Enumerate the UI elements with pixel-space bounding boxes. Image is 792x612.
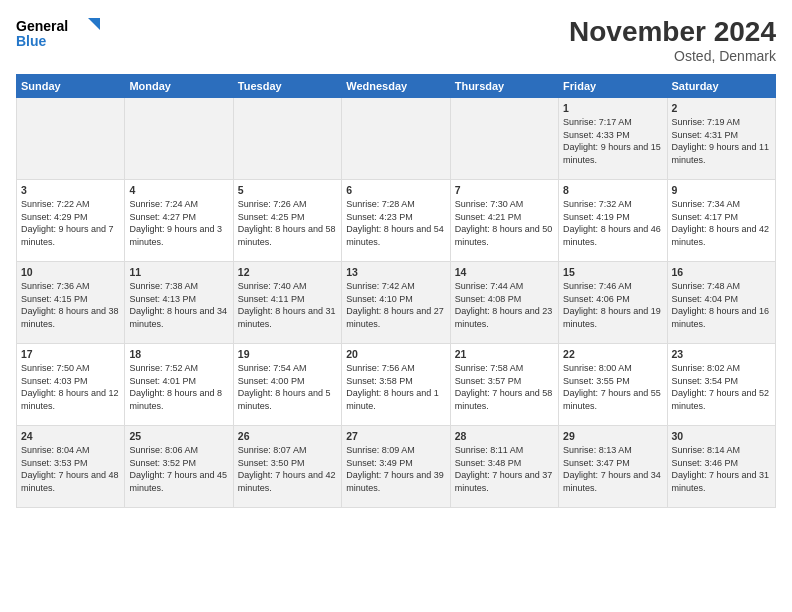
day-number: 9 (672, 184, 771, 196)
table-row (450, 98, 558, 180)
day-info: Sunrise: 7:26 AM Sunset: 4:25 PM Dayligh… (238, 198, 337, 248)
day-info: Sunrise: 7:58 AM Sunset: 3:57 PM Dayligh… (455, 362, 554, 412)
table-row: 14Sunrise: 7:44 AM Sunset: 4:08 PM Dayli… (450, 262, 558, 344)
table-row: 10Sunrise: 7:36 AM Sunset: 4:15 PM Dayli… (17, 262, 125, 344)
day-number: 3 (21, 184, 120, 196)
day-info: Sunrise: 8:02 AM Sunset: 3:54 PM Dayligh… (672, 362, 771, 412)
table-row: 22Sunrise: 8:00 AM Sunset: 3:55 PM Dayli… (559, 344, 667, 426)
day-info: Sunrise: 8:14 AM Sunset: 3:46 PM Dayligh… (672, 444, 771, 494)
day-number: 21 (455, 348, 554, 360)
day-info: Sunrise: 7:48 AM Sunset: 4:04 PM Dayligh… (672, 280, 771, 330)
day-number: 19 (238, 348, 337, 360)
svg-marker-2 (88, 18, 100, 30)
table-row: 3Sunrise: 7:22 AM Sunset: 4:29 PM Daylig… (17, 180, 125, 262)
logo: General Blue (16, 16, 106, 52)
svg-text:Blue: Blue (16, 33, 47, 49)
table-row: 20Sunrise: 7:56 AM Sunset: 3:58 PM Dayli… (342, 344, 450, 426)
day-info: Sunrise: 8:13 AM Sunset: 3:47 PM Dayligh… (563, 444, 662, 494)
day-number: 1 (563, 102, 662, 114)
day-number: 15 (563, 266, 662, 278)
day-info: Sunrise: 8:04 AM Sunset: 3:53 PM Dayligh… (21, 444, 120, 494)
table-row: 15Sunrise: 7:46 AM Sunset: 4:06 PM Dayli… (559, 262, 667, 344)
table-row: 30Sunrise: 8:14 AM Sunset: 3:46 PM Dayli… (667, 426, 775, 508)
day-number: 26 (238, 430, 337, 442)
page-title: November 2024 (569, 16, 776, 48)
day-number: 12 (238, 266, 337, 278)
day-number: 14 (455, 266, 554, 278)
day-info: Sunrise: 7:52 AM Sunset: 4:01 PM Dayligh… (129, 362, 228, 412)
day-number: 20 (346, 348, 445, 360)
day-number: 17 (21, 348, 120, 360)
day-info: Sunrise: 7:19 AM Sunset: 4:31 PM Dayligh… (672, 116, 771, 166)
table-row: 25Sunrise: 8:06 AM Sunset: 3:52 PM Dayli… (125, 426, 233, 508)
title-block: November 2024 Osted, Denmark (569, 16, 776, 64)
day-number: 2 (672, 102, 771, 114)
day-number: 28 (455, 430, 554, 442)
day-number: 10 (21, 266, 120, 278)
day-info: Sunrise: 7:54 AM Sunset: 4:00 PM Dayligh… (238, 362, 337, 412)
table-row: 12Sunrise: 7:40 AM Sunset: 4:11 PM Dayli… (233, 262, 341, 344)
day-number: 7 (455, 184, 554, 196)
table-row: 23Sunrise: 8:02 AM Sunset: 3:54 PM Dayli… (667, 344, 775, 426)
col-wednesday: Wednesday (342, 75, 450, 98)
header: General Blue November 2024 Osted, Denmar… (16, 16, 776, 64)
table-row: 19Sunrise: 7:54 AM Sunset: 4:00 PM Dayli… (233, 344, 341, 426)
day-info: Sunrise: 7:44 AM Sunset: 4:08 PM Dayligh… (455, 280, 554, 330)
table-row: 16Sunrise: 7:48 AM Sunset: 4:04 PM Dayli… (667, 262, 775, 344)
table-row (17, 98, 125, 180)
day-number: 27 (346, 430, 445, 442)
day-number: 6 (346, 184, 445, 196)
day-info: Sunrise: 7:46 AM Sunset: 4:06 PM Dayligh… (563, 280, 662, 330)
day-number: 13 (346, 266, 445, 278)
day-number: 8 (563, 184, 662, 196)
calendar-week-row: 24Sunrise: 8:04 AM Sunset: 3:53 PM Dayli… (17, 426, 776, 508)
day-number: 18 (129, 348, 228, 360)
calendar-week-row: 10Sunrise: 7:36 AM Sunset: 4:15 PM Dayli… (17, 262, 776, 344)
table-row: 24Sunrise: 8:04 AM Sunset: 3:53 PM Dayli… (17, 426, 125, 508)
table-row: 1Sunrise: 7:17 AM Sunset: 4:33 PM Daylig… (559, 98, 667, 180)
table-row: 17Sunrise: 7:50 AM Sunset: 4:03 PM Dayli… (17, 344, 125, 426)
calendar-week-row: 3Sunrise: 7:22 AM Sunset: 4:29 PM Daylig… (17, 180, 776, 262)
table-row: 11Sunrise: 7:38 AM Sunset: 4:13 PM Dayli… (125, 262, 233, 344)
day-info: Sunrise: 7:28 AM Sunset: 4:23 PM Dayligh… (346, 198, 445, 248)
day-info: Sunrise: 7:56 AM Sunset: 3:58 PM Dayligh… (346, 362, 445, 412)
day-info: Sunrise: 7:50 AM Sunset: 4:03 PM Dayligh… (21, 362, 120, 412)
day-number: 23 (672, 348, 771, 360)
table-row: 29Sunrise: 8:13 AM Sunset: 3:47 PM Dayli… (559, 426, 667, 508)
day-info: Sunrise: 8:06 AM Sunset: 3:52 PM Dayligh… (129, 444, 228, 494)
table-row: 8Sunrise: 7:32 AM Sunset: 4:19 PM Daylig… (559, 180, 667, 262)
day-number: 4 (129, 184, 228, 196)
calendar-header-row: Sunday Monday Tuesday Wednesday Thursday… (17, 75, 776, 98)
logo-icon: General Blue (16, 16, 106, 52)
table-row: 13Sunrise: 7:42 AM Sunset: 4:10 PM Dayli… (342, 262, 450, 344)
table-row (233, 98, 341, 180)
table-row: 28Sunrise: 8:11 AM Sunset: 3:48 PM Dayli… (450, 426, 558, 508)
day-number: 25 (129, 430, 228, 442)
svg-text:General: General (16, 18, 68, 34)
day-info: Sunrise: 7:36 AM Sunset: 4:15 PM Dayligh… (21, 280, 120, 330)
col-monday: Monday (125, 75, 233, 98)
day-info: Sunrise: 7:32 AM Sunset: 4:19 PM Dayligh… (563, 198, 662, 248)
table-row (342, 98, 450, 180)
col-tuesday: Tuesday (233, 75, 341, 98)
day-number: 16 (672, 266, 771, 278)
table-row: 4Sunrise: 7:24 AM Sunset: 4:27 PM Daylig… (125, 180, 233, 262)
table-row: 21Sunrise: 7:58 AM Sunset: 3:57 PM Dayli… (450, 344, 558, 426)
table-row: 7Sunrise: 7:30 AM Sunset: 4:21 PM Daylig… (450, 180, 558, 262)
day-info: Sunrise: 7:24 AM Sunset: 4:27 PM Dayligh… (129, 198, 228, 248)
calendar-table: Sunday Monday Tuesday Wednesday Thursday… (16, 74, 776, 508)
col-thursday: Thursday (450, 75, 558, 98)
day-info: Sunrise: 8:09 AM Sunset: 3:49 PM Dayligh… (346, 444, 445, 494)
day-info: Sunrise: 7:30 AM Sunset: 4:21 PM Dayligh… (455, 198, 554, 248)
calendar-week-row: 17Sunrise: 7:50 AM Sunset: 4:03 PM Dayli… (17, 344, 776, 426)
table-row (125, 98, 233, 180)
table-row: 18Sunrise: 7:52 AM Sunset: 4:01 PM Dayli… (125, 344, 233, 426)
calendar-week-row: 1Sunrise: 7:17 AM Sunset: 4:33 PM Daylig… (17, 98, 776, 180)
day-number: 29 (563, 430, 662, 442)
col-friday: Friday (559, 75, 667, 98)
col-saturday: Saturday (667, 75, 775, 98)
day-info: Sunrise: 8:11 AM Sunset: 3:48 PM Dayligh… (455, 444, 554, 494)
table-row: 26Sunrise: 8:07 AM Sunset: 3:50 PM Dayli… (233, 426, 341, 508)
day-info: Sunrise: 7:40 AM Sunset: 4:11 PM Dayligh… (238, 280, 337, 330)
day-number: 11 (129, 266, 228, 278)
